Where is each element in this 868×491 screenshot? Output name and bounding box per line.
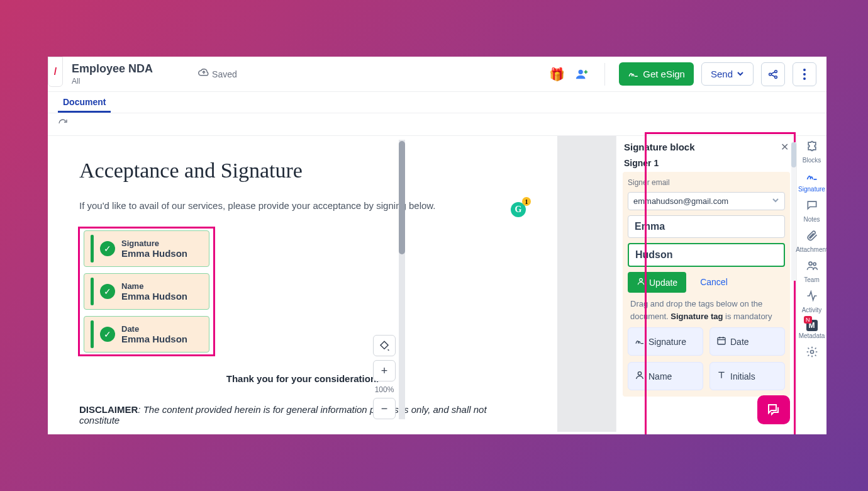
rail-label: Metadata bbox=[799, 332, 825, 339]
rail-signature[interactable]: Signature bbox=[797, 170, 827, 193]
rail-team[interactable]: Team bbox=[797, 259, 827, 283]
saved-label: Saved bbox=[212, 69, 237, 79]
rail-blocks[interactable]: Blocks bbox=[797, 140, 827, 164]
saved-indicator: Saved bbox=[198, 69, 237, 79]
puzzle-icon bbox=[806, 140, 818, 155]
disclaimer-text: : The content provided herein is for gen… bbox=[79, 404, 487, 426]
date-field-card[interactable]: ✓ Date Emma Hudson bbox=[84, 316, 209, 353]
signature-icon bbox=[628, 68, 639, 80]
share-button[interactable] bbox=[761, 62, 785, 86]
calendar-icon bbox=[716, 336, 726, 347]
doc-heading: Acceptance and Signature bbox=[79, 159, 526, 183]
rail-attachment[interactable]: Attachment bbox=[797, 229, 827, 253]
signature-field-card[interactable]: ✓ Signature Emma Hudson bbox=[84, 230, 209, 267]
activity-icon bbox=[806, 290, 818, 305]
grammarly-icon[interactable]: G bbox=[511, 202, 526, 217]
team-icon bbox=[806, 259, 818, 275]
tag-label: Signature bbox=[648, 337, 686, 347]
get-esign-label: Get eSign bbox=[643, 69, 685, 79]
tag-label: Date bbox=[730, 337, 749, 347]
text-icon bbox=[716, 370, 726, 382]
svg-point-7 bbox=[640, 278, 643, 281]
field-label: Date bbox=[121, 324, 187, 334]
check-icon: ✓ bbox=[100, 241, 115, 256]
document-page: Acceptance and Signature If you'd like t… bbox=[48, 136, 557, 432]
scrollbar-thumb[interactable] bbox=[791, 142, 796, 167]
scrollbar-thumb[interactable] bbox=[399, 141, 405, 254]
field-value: Emma Hudson bbox=[121, 291, 187, 302]
field-label: Name bbox=[121, 281, 187, 291]
tag-label: Name bbox=[648, 371, 672, 381]
send-label: Send bbox=[711, 69, 733, 79]
field-label: Signature bbox=[121, 239, 187, 248]
zoom-out-button[interactable]: − bbox=[373, 398, 396, 419]
chevron-down-icon bbox=[772, 196, 779, 206]
svg-point-5 bbox=[803, 73, 806, 76]
rail-label: Attachment bbox=[796, 246, 826, 253]
update-label: Update bbox=[649, 278, 677, 288]
gear-icon bbox=[806, 346, 818, 361]
first-name-input[interactable] bbox=[628, 215, 785, 238]
chat-fab[interactable] bbox=[757, 395, 790, 424]
email-label: Signer email bbox=[628, 178, 785, 187]
doc-subtitle: All bbox=[72, 77, 153, 86]
doc-title-block: Employee NDA All bbox=[72, 62, 153, 86]
send-button[interactable]: Send bbox=[701, 62, 754, 86]
rail-metadata[interactable]: N M Metadata bbox=[797, 320, 827, 339]
tab-document[interactable]: Document bbox=[58, 92, 111, 113]
canvas-scrollbar[interactable] bbox=[399, 140, 405, 419]
rail-activity[interactable]: Activity bbox=[797, 290, 827, 313]
topbar: Employee NDA All Saved 🎁 Get eSign Send bbox=[48, 57, 826, 92]
close-icon[interactable]: ✕ bbox=[781, 141, 789, 153]
person-icon bbox=[637, 277, 645, 288]
rail-label: Notes bbox=[803, 216, 820, 223]
doc-thanks: Thank you for your consideration. bbox=[79, 373, 526, 384]
svg-point-12 bbox=[810, 351, 813, 354]
rail-label: Signature bbox=[798, 186, 825, 193]
tag-initials[interactable]: Initials bbox=[709, 362, 785, 390]
field-value: Emma Hudson bbox=[121, 334, 187, 344]
divider bbox=[604, 63, 605, 86]
cancel-button[interactable]: Cancel bbox=[693, 272, 735, 293]
chevron-down-icon bbox=[737, 69, 744, 79]
panel-scrollbar[interactable] bbox=[791, 142, 796, 281]
signature-fields-highlight: ✓ Signature Emma Hudson ✓ Name Emma Huds… bbox=[78, 227, 215, 356]
rail-notes[interactable]: Notes bbox=[797, 199, 827, 223]
svg-point-10 bbox=[809, 262, 812, 265]
rail-settings[interactable] bbox=[797, 346, 827, 361]
accent-bar bbox=[91, 278, 94, 305]
side-rail: Blocks Signature Notes Attachment Team A… bbox=[796, 136, 826, 432]
zoom-in-button[interactable]: + bbox=[373, 360, 396, 381]
add-user-icon[interactable] bbox=[573, 65, 591, 83]
last-name-input[interactable] bbox=[628, 243, 785, 267]
app-window: / Employee NDA All Saved 🎁 Get eSign Sen… bbox=[48, 57, 826, 434]
signature-icon bbox=[635, 336, 645, 347]
signer-email-select[interactable]: emmahudson@gmail.com bbox=[628, 192, 785, 210]
field-value: Emma Hudson bbox=[121, 248, 187, 259]
toolbar bbox=[48, 113, 826, 136]
doc-disclaimer: DISCLAIMER: The content provided herein … bbox=[79, 404, 526, 426]
tag-name[interactable]: Name bbox=[628, 362, 703, 390]
accent-bar bbox=[91, 320, 94, 348]
doc-title: Employee NDA bbox=[72, 62, 153, 76]
hint-bold: Signature tag bbox=[670, 312, 723, 321]
email-value: emmahudson@gmail.com bbox=[633, 196, 728, 206]
doc-intro: If you'd like to avail of our services, … bbox=[79, 200, 526, 211]
tag-signature[interactable]: Signature bbox=[628, 327, 703, 356]
check-icon: ✓ bbox=[100, 327, 115, 342]
refresh-icon[interactable] bbox=[58, 118, 68, 131]
name-field-card[interactable]: ✓ Name Emma Hudson bbox=[84, 273, 209, 310]
get-esign-button[interactable]: Get eSign bbox=[619, 62, 694, 86]
chat-icon bbox=[806, 199, 818, 215]
update-button[interactable]: Update bbox=[628, 272, 686, 293]
workspace: Acceptance and Signature If you'd like t… bbox=[48, 136, 826, 432]
signature-panel: Signature block ✕ Signer 1 Signer email … bbox=[616, 136, 796, 432]
new-badge: N bbox=[804, 316, 812, 324]
svg-point-4 bbox=[803, 69, 806, 71]
tag-date[interactable]: Date bbox=[709, 327, 785, 356]
gift-icon[interactable]: 🎁 bbox=[548, 65, 565, 83]
signer-label: Signer 1 bbox=[616, 158, 796, 172]
more-menu-button[interactable] bbox=[793, 62, 816, 86]
fill-color-button[interactable] bbox=[373, 335, 396, 356]
zoom-level: 100% bbox=[375, 385, 394, 394]
